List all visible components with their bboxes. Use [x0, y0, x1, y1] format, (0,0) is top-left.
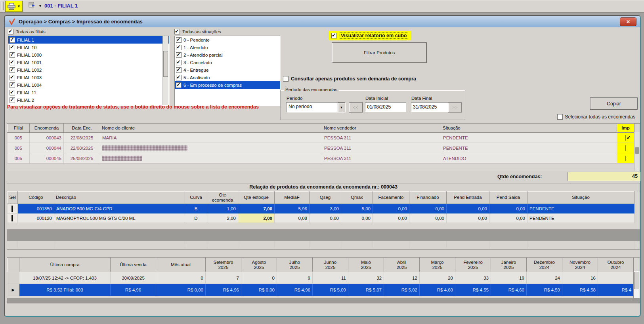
print-dropdown-icon[interactable]: ▼ — [17, 4, 21, 8]
imp-checkbox[interactable] — [625, 145, 626, 151]
list-item[interactable]: FILIAL 1 — [8, 36, 169, 44]
sel-checkbox[interactable] — [11, 206, 13, 212]
item-checkbox[interactable] — [10, 67, 15, 73]
item-checkbox[interactable] — [10, 45, 15, 50]
item-checkbox[interactable] — [10, 82, 15, 88]
no-demand-checkbox[interactable]: Consultar apenas produtos sem demanda de… — [283, 76, 416, 82]
list-item[interactable]: 2 - Atendido parcial — [175, 51, 280, 59]
grid-cell: 22/08/2025 — [64, 143, 100, 153]
grid-cell: R$ 4,60 — [420, 284, 455, 296]
products-table: SelCódigoDescriçãoCurvaQte ecomendaQte e… — [7, 191, 634, 223]
item-checkbox[interactable] — [10, 37, 15, 43]
item-checkbox[interactable] — [176, 45, 182, 50]
order-row[interactable]: 00500004525/08/2025PESSOA 311ATENDIDO — [8, 153, 634, 164]
grid-cell: 12 — [384, 272, 420, 284]
close-button[interactable]: ✕ — [620, 17, 636, 26]
toolbar-grip — [2, 2, 4, 10]
list-item[interactable]: 3 - Cancelado — [175, 59, 280, 66]
list-item[interactable]: FILIAL 10 — [8, 44, 169, 51]
all-filials-checkbox[interactable]: Todas as filiais — [8, 29, 46, 34]
list-item[interactable]: FILIAL 1002 — [8, 66, 169, 74]
grid-cell: 001350 — [18, 204, 54, 213]
client-name-cell: MARIA — [100, 133, 322, 143]
print-button[interactable]: ▼ — [5, 1, 23, 12]
all-filials-checkbox-box[interactable] — [8, 29, 13, 34]
item-checkbox[interactable] — [176, 60, 182, 65]
screen: { "toolbar": {"branch": "001 - FILIAL 1"… — [0, 0, 644, 324]
list-item[interactable]: FILIAL 1004 — [8, 81, 169, 89]
products-grid-title: Relação de produtos da encomenda da enco… — [7, 183, 640, 191]
branch-selector-button[interactable] — [29, 2, 35, 8]
column-header: Junho 2025 — [313, 258, 348, 272]
period-next-button[interactable]: >> — [448, 102, 462, 112]
item-checkbox[interactable] — [10, 90, 15, 95]
column-header: Mês atual — [156, 258, 206, 272]
grid-cell: PENDENTE — [527, 213, 634, 223]
list-item[interactable]: FILIAL 11 — [8, 89, 169, 96]
orders-scroll-thumb[interactable] — [635, 147, 639, 154]
filter-products-button[interactable]: Filtrar Produtos — [332, 42, 427, 63]
list-item[interactable]: 4 - Entregue — [175, 66, 280, 74]
column-header: Maio 2025 — [348, 258, 384, 272]
grid-cell: 005 — [8, 153, 30, 164]
grid-cell — [274, 241, 309, 249]
item-checkbox[interactable] — [176, 67, 182, 73]
filials-scroll-thumb[interactable] — [163, 51, 168, 77]
orders-scrollbar[interactable] — [634, 132, 640, 171]
vendor-cell: PESSOA 311 — [322, 143, 441, 153]
list-item[interactable]: 6 - Em processo de compras — [175, 81, 280, 89]
no-demand-checkbox-box[interactable] — [283, 76, 289, 82]
close-icon: ✕ — [626, 19, 630, 25]
item-checkbox[interactable] — [10, 75, 15, 80]
grid-cell: 2,00 — [207, 213, 238, 223]
grid-cell: 0,00 — [447, 204, 489, 213]
list-item[interactable]: 1 - Atendido — [175, 44, 280, 51]
imp-checkbox[interactable] — [625, 156, 626, 161]
item-checkbox[interactable] — [176, 52, 182, 58]
imp-checkbox[interactable] — [625, 135, 626, 141]
all-situations-checkbox[interactable]: Todas as situações — [174, 29, 221, 34]
item-checkbox[interactable] — [176, 82, 182, 88]
list-item[interactable]: FILIAL 2 — [8, 96, 169, 104]
select-all-checkbox-box[interactable] — [557, 114, 563, 120]
history-row[interactable]: ▶R$ 3,52 Filial: 003R$ 4,96R$ 0,00R$ 4,9… — [8, 284, 634, 296]
branch-label[interactable]: 001 - FILIAL 1 — [44, 3, 78, 9]
imp-cell — [617, 143, 634, 153]
item-checkbox[interactable] — [176, 75, 182, 80]
cube-report-checkbox[interactable]: Visualizar relatório em cubo — [329, 31, 411, 40]
item-checkbox[interactable] — [10, 52, 15, 58]
cube-checkbox-box[interactable] — [331, 33, 337, 38]
list-item-label: 4 - Entregue — [183, 68, 208, 72]
history-row[interactable]: 18/07/25 12:42 -> CFOP: 1.40330/09/20250… — [8, 272, 634, 284]
grid-cell: R$ 4,96 — [111, 284, 156, 296]
product-row[interactable]: 000120MAGNOPYROL 500 MG GTS C/20 MLD2,00… — [8, 213, 634, 223]
list-item[interactable]: 5 - Analisado — [175, 74, 280, 81]
situations-listbox[interactable]: 0 - Pendente1 - Atendido2 - Atendido par… — [174, 36, 281, 106]
history-scroll-thumb[interactable] — [634, 272, 639, 289]
end-date-input[interactable] — [411, 102, 452, 112]
sel-checkbox[interactable] — [11, 215, 13, 221]
copy-button[interactable]: Copiar — [590, 97, 638, 110]
grid-cell — [598, 272, 634, 284]
list-item[interactable]: 0 - Pendente — [175, 36, 280, 44]
history-scrollbar[interactable] — [633, 271, 640, 298]
product-row[interactable]: 001350ANADOR 500 MG C/4 CPRB1,007,005,96… — [8, 204, 634, 213]
item-checkbox[interactable] — [10, 97, 15, 103]
list-item[interactable]: FILIAL 1001 — [8, 59, 169, 66]
order-row[interactable]: 00500004322/08/2025MARIAPESSOA 311PENDEN… — [8, 133, 634, 143]
item-checkbox[interactable] — [10, 60, 15, 65]
products-grid-empty-area — [7, 229, 640, 241]
all-situations-checkbox-box[interactable] — [174, 29, 180, 34]
top-toolbar: ▼ ▼ 001 - FILIAL 1 — [0, 0, 644, 13]
item-checkbox[interactable] — [176, 37, 182, 43]
status-cell: PENDENTE — [441, 133, 617, 143]
filials-listbox[interactable]: FILIAL 1FILIAL 10FILIAL 1000FILIAL 1001F… — [8, 36, 170, 106]
branch-dropdown-icon[interactable]: ▼ — [38, 4, 42, 8]
filials-scrollbar[interactable] — [162, 36, 168, 105]
order-row[interactable]: 00500004422/08/2025PESSOA 311PENDENTE — [8, 143, 634, 153]
list-item-label: FILIAL 1000 — [17, 53, 42, 57]
select-all-checkbox[interactable]: Selecionar todas as encomendas — [557, 114, 635, 120]
list-item[interactable]: FILIAL 1000 — [8, 51, 169, 59]
list-item[interactable]: FILIAL 1003 — [8, 74, 169, 81]
grid-cell — [7, 241, 17, 249]
